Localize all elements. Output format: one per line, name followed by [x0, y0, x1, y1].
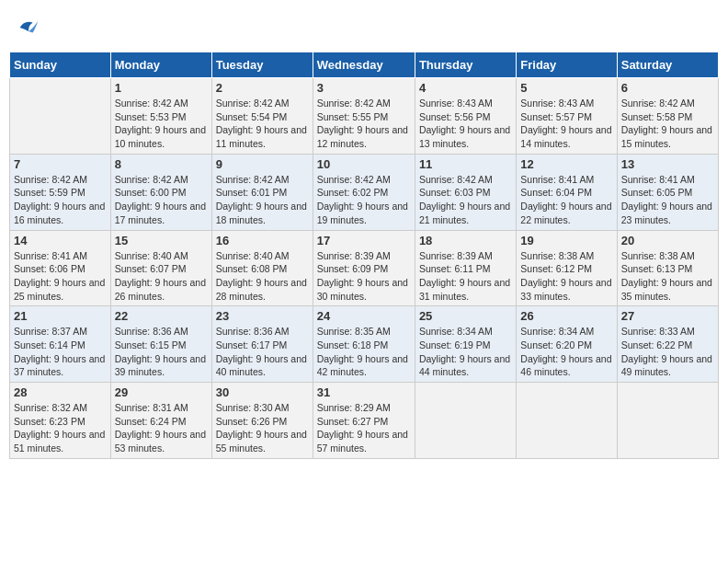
- day-cell: 13Sunrise: 8:41 AMSunset: 6:05 PMDayligh…: [617, 154, 718, 230]
- day-cell: 26Sunrise: 8:34 AMSunset: 6:20 PMDayligh…: [517, 306, 617, 383]
- day-number: 10: [317, 157, 411, 171]
- day-info: Sunrise: 8:37 AMSunset: 6:14 PMDaylight:…: [14, 325, 107, 379]
- day-info: Sunrise: 8:42 AMSunset: 5:55 PMDaylight:…: [317, 97, 411, 151]
- day-info: Sunrise: 8:38 AMSunset: 6:12 PMDaylight:…: [520, 249, 612, 304]
- day-cell: 5Sunrise: 8:43 AMSunset: 5:57 PMDaylight…: [517, 78, 617, 155]
- day-info: Sunrise: 8:40 AMSunset: 6:07 PMDaylight:…: [115, 249, 208, 304]
- day-cell: [617, 383, 718, 459]
- day-cell: 10Sunrise: 8:42 AMSunset: 6:02 PMDayligh…: [313, 154, 415, 230]
- day-cell: 19Sunrise: 8:38 AMSunset: 6:12 PMDayligh…: [517, 230, 617, 306]
- day-cell: 25Sunrise: 8:34 AMSunset: 6:19 PMDayligh…: [415, 306, 516, 383]
- day-info: Sunrise: 8:42 AMSunset: 6:03 PMDaylight:…: [419, 173, 512, 227]
- day-number: 3: [317, 81, 411, 95]
- day-number: 28: [14, 385, 107, 399]
- header-thursday: Thursday: [415, 52, 516, 78]
- day-cell: 7Sunrise: 8:42 AMSunset: 5:59 PMDaylight…: [10, 154, 111, 230]
- day-number: 16: [216, 234, 309, 247]
- week-row-2: 14Sunrise: 8:41 AMSunset: 6:06 PMDayligh…: [10, 230, 719, 306]
- day-number: 2: [216, 81, 309, 95]
- day-number: 20: [621, 234, 714, 247]
- day-cell: 4Sunrise: 8:43 AMSunset: 5:56 PMDaylight…: [415, 78, 516, 155]
- day-info: Sunrise: 8:43 AMSunset: 5:57 PMDaylight:…: [520, 97, 612, 151]
- day-number: 15: [115, 234, 208, 247]
- calendar-header-row: SundayMondayTuesdayWednesdayThursdayFrid…: [10, 52, 719, 78]
- day-info: Sunrise: 8:42 AMSunset: 6:01 PMDaylight:…: [216, 173, 309, 227]
- day-cell: [10, 78, 111, 155]
- day-number: 24: [317, 309, 411, 323]
- day-info: Sunrise: 8:43 AMSunset: 5:56 PMDaylight:…: [419, 97, 512, 151]
- day-number: 8: [115, 157, 208, 171]
- day-info: Sunrise: 8:39 AMSunset: 6:11 PMDaylight:…: [419, 249, 512, 304]
- logo: [13, 15, 40, 40]
- day-cell: 16Sunrise: 8:40 AMSunset: 6:08 PMDayligh…: [211, 230, 313, 306]
- day-cell: [415, 383, 516, 459]
- day-number: 27: [621, 309, 714, 323]
- day-cell: 29Sunrise: 8:31 AMSunset: 6:24 PMDayligh…: [110, 383, 211, 459]
- logo-bird-icon: [15, 15, 40, 40]
- header-friday: Friday: [517, 52, 617, 78]
- day-cell: 1Sunrise: 8:42 AMSunset: 5:53 PMDaylight…: [110, 78, 211, 155]
- day-number: 12: [520, 157, 612, 171]
- day-info: Sunrise: 8:34 AMSunset: 6:19 PMDaylight:…: [419, 325, 512, 379]
- day-info: Sunrise: 8:36 AMSunset: 6:17 PMDaylight:…: [216, 325, 309, 379]
- day-number: 5: [520, 81, 612, 95]
- header-sunday: Sunday: [10, 52, 111, 78]
- day-info: Sunrise: 8:42 AMSunset: 5:58 PMDaylight:…: [621, 97, 714, 151]
- day-cell: 17Sunrise: 8:39 AMSunset: 6:09 PMDayligh…: [313, 230, 415, 306]
- day-number: 26: [520, 309, 612, 323]
- day-number: 1: [115, 81, 208, 95]
- day-cell: 22Sunrise: 8:36 AMSunset: 6:15 PMDayligh…: [110, 306, 211, 383]
- week-row-0: 1Sunrise: 8:42 AMSunset: 5:53 PMDaylight…: [10, 78, 719, 155]
- day-cell: 30Sunrise: 8:30 AMSunset: 6:26 PMDayligh…: [211, 383, 313, 459]
- day-cell: 14Sunrise: 8:41 AMSunset: 6:06 PMDayligh…: [10, 230, 111, 306]
- day-info: Sunrise: 8:34 AMSunset: 6:20 PMDaylight:…: [520, 325, 612, 379]
- week-row-3: 21Sunrise: 8:37 AMSunset: 6:14 PMDayligh…: [10, 306, 719, 383]
- day-number: 7: [14, 157, 107, 171]
- day-info: Sunrise: 8:32 AMSunset: 6:23 PMDaylight:…: [14, 401, 107, 455]
- week-row-4: 28Sunrise: 8:32 AMSunset: 6:23 PMDayligh…: [10, 383, 719, 459]
- day-number: 23: [216, 309, 309, 323]
- header-monday: Monday: [110, 52, 211, 78]
- header-wednesday: Wednesday: [313, 52, 415, 78]
- day-cell: 3Sunrise: 8:42 AMSunset: 5:55 PMDaylight…: [313, 78, 415, 155]
- day-info: Sunrise: 8:40 AMSunset: 6:08 PMDaylight:…: [216, 249, 309, 304]
- day-number: 11: [419, 157, 512, 171]
- day-number: 25: [419, 309, 512, 323]
- day-number: 18: [419, 234, 512, 247]
- day-info: Sunrise: 8:42 AMSunset: 5:54 PMDaylight:…: [216, 97, 309, 151]
- day-number: 22: [115, 309, 208, 323]
- day-cell: 15Sunrise: 8:40 AMSunset: 6:07 PMDayligh…: [110, 230, 211, 306]
- day-info: Sunrise: 8:30 AMSunset: 6:26 PMDaylight:…: [216, 401, 309, 455]
- day-info: Sunrise: 8:36 AMSunset: 6:15 PMDaylight:…: [115, 325, 208, 379]
- day-number: 31: [317, 385, 411, 399]
- day-number: 9: [216, 157, 309, 171]
- day-cell: 24Sunrise: 8:35 AMSunset: 6:18 PMDayligh…: [313, 306, 415, 383]
- day-cell: [517, 383, 617, 459]
- day-info: Sunrise: 8:39 AMSunset: 6:09 PMDaylight:…: [317, 249, 411, 304]
- day-number: 19: [520, 234, 612, 247]
- day-info: Sunrise: 8:41 AMSunset: 6:04 PMDaylight:…: [520, 173, 612, 227]
- calendar-table: SundayMondayTuesdayWednesdayThursdayFrid…: [9, 52, 719, 459]
- day-info: Sunrise: 8:29 AMSunset: 6:27 PMDaylight:…: [317, 401, 411, 455]
- day-info: Sunrise: 8:42 AMSunset: 5:53 PMDaylight:…: [115, 97, 208, 151]
- week-row-1: 7Sunrise: 8:42 AMSunset: 5:59 PMDaylight…: [10, 154, 719, 230]
- day-cell: 12Sunrise: 8:41 AMSunset: 6:04 PMDayligh…: [517, 154, 617, 230]
- day-cell: 11Sunrise: 8:42 AMSunset: 6:03 PMDayligh…: [415, 154, 516, 230]
- day-cell: 20Sunrise: 8:38 AMSunset: 6:13 PMDayligh…: [617, 230, 718, 306]
- page-header: [9, 9, 719, 46]
- day-cell: 2Sunrise: 8:42 AMSunset: 5:54 PMDaylight…: [211, 78, 313, 155]
- day-info: Sunrise: 8:38 AMSunset: 6:13 PMDaylight:…: [621, 249, 714, 304]
- day-cell: 23Sunrise: 8:36 AMSunset: 6:17 PMDayligh…: [211, 306, 313, 383]
- day-cell: 9Sunrise: 8:42 AMSunset: 6:01 PMDaylight…: [211, 154, 313, 230]
- day-cell: 18Sunrise: 8:39 AMSunset: 6:11 PMDayligh…: [415, 230, 516, 306]
- day-cell: 8Sunrise: 8:42 AMSunset: 6:00 PMDaylight…: [110, 154, 211, 230]
- day-number: 29: [115, 385, 208, 399]
- day-cell: 21Sunrise: 8:37 AMSunset: 6:14 PMDayligh…: [10, 306, 111, 383]
- day-cell: 27Sunrise: 8:33 AMSunset: 6:22 PMDayligh…: [617, 306, 718, 383]
- day-number: 30: [216, 385, 309, 399]
- day-cell: 31Sunrise: 8:29 AMSunset: 6:27 PMDayligh…: [313, 383, 415, 459]
- day-number: 14: [14, 234, 107, 247]
- day-cell: 6Sunrise: 8:42 AMSunset: 5:58 PMDaylight…: [617, 78, 718, 155]
- day-number: 13: [621, 157, 714, 171]
- day-info: Sunrise: 8:41 AMSunset: 6:05 PMDaylight:…: [621, 173, 714, 227]
